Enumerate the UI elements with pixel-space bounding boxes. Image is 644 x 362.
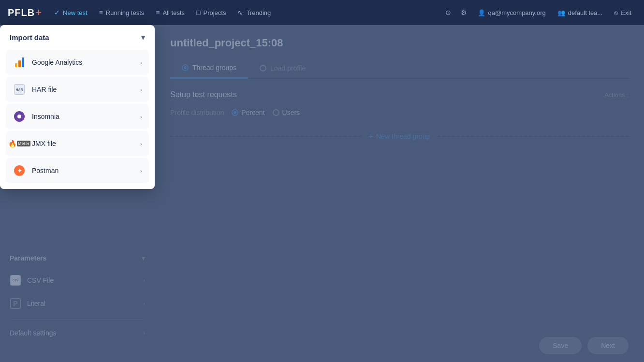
team-icon: 👥 [557, 9, 565, 16]
import-data-chevron: ▾ [141, 33, 145, 42]
profile-distribution: Profile distribution Percent Users [170, 109, 629, 116]
help-button[interactable]: ⊙ [441, 6, 455, 19]
import-google-analytics[interactable]: Google Analytics › [6, 50, 149, 75]
import-insomnia[interactable]: Insomnia › [6, 104, 149, 129]
nav-item-new-test[interactable]: ✓ New test [49, 6, 92, 19]
nav-label-trending: Trending [246, 9, 271, 16]
google-analytics-icon [13, 56, 26, 69]
tab-thread-groups[interactable]: Thread groups [170, 59, 248, 79]
har-file-left: HAR HAR file [13, 83, 57, 96]
postman-left: ✦ Postman [13, 164, 59, 177]
nav-item-projects[interactable]: □ Projects [191, 6, 231, 19]
nav-label-running-tests: Running tests [106, 9, 145, 16]
import-data-items: Google Analytics › HAR HAR file › [0, 50, 155, 189]
google-analytics-chevron: › [140, 59, 142, 66]
tab-radio-load-profile [260, 65, 266, 72]
exit-button[interactable]: ⎋ Exit [609, 6, 636, 19]
insomnia-left: Insomnia [13, 110, 59, 123]
har-file-chevron: › [140, 86, 142, 93]
sidebar-divider [10, 319, 145, 319]
har-file-label: HAR file [32, 86, 57, 93]
radio-percent[interactable]: Percent [232, 109, 264, 116]
logo-text: PFLB [8, 7, 35, 18]
exit-icon: ⎋ [614, 9, 618, 16]
csv-label: CSV File [27, 276, 54, 284]
nav-item-trending[interactable]: ∿ Trending [233, 6, 276, 19]
tab-radio-thread-groups [182, 64, 189, 71]
radio-circle-users [273, 109, 279, 116]
next-button[interactable]: Next [587, 337, 629, 354]
import-jmx-file[interactable]: 🔥 Meter JMX file › [6, 131, 149, 156]
postman-label: Postman [32, 167, 59, 174]
folder-icon: □ [196, 9, 200, 16]
nav-item-all-tests[interactable]: ≡ All tests [151, 6, 190, 19]
tab-label-load-profile: Load profile [270, 64, 306, 72]
user-label: qa@mycompany.org [488, 9, 546, 16]
actions-button[interactable]: Actions : [604, 91, 629, 99]
nav-item-running-tests[interactable]: ≡ Running tests [94, 6, 149, 19]
settings-button[interactable]: ⚙ [457, 6, 471, 19]
trending-icon: ∿ [237, 9, 243, 16]
parameters-section[interactable]: Parameters ▾ [0, 247, 155, 269]
list-icon-all: ≡ [156, 9, 160, 16]
har-file-icon: HAR [13, 83, 26, 96]
insomnia-icon [13, 110, 26, 123]
project-title: untitled_project_15:08 [170, 37, 629, 49]
exit-label: Exit [621, 9, 631, 16]
import-har-file[interactable]: HAR HAR file › [6, 77, 149, 102]
setup-title: Setup test requests [170, 90, 237, 99]
sidebar-item-csv-file[interactable]: CSV CSV File › [0, 269, 155, 292]
sidebar-item-literal[interactable]: P Literal › [0, 292, 155, 315]
new-thread-group-button[interactable]: + New thread group [369, 132, 430, 141]
jmx-file-label: JMX file [32, 140, 56, 147]
csv-chevron: › [143, 277, 145, 284]
google-analytics-label: Google Analytics [32, 58, 82, 66]
plus-icon: + [369, 132, 373, 141]
new-thread-section: + New thread group [170, 132, 629, 141]
literal-chevron: › [143, 300, 145, 307]
dashed-line-left [170, 136, 361, 137]
team-menu[interactable]: 👥 default tea... [553, 6, 608, 19]
import-postman[interactable]: ✦ Postman › [6, 158, 149, 183]
team-label: default tea... [568, 9, 603, 16]
csv-icon-sidebar: CSV [10, 275, 21, 286]
main-layout: Parameters ▾ CSV CSV File › P Literal › [0, 25, 644, 362]
import-data-title: Import data [10, 33, 49, 42]
navbar-right: ⊙ ⚙ 👤 qa@mycompany.org 👥 default tea... … [441, 6, 636, 19]
setup-header: Setup test requests Actions : [170, 90, 629, 99]
tabs: Thread groups Load profile [170, 59, 629, 79]
radio-label-percent: Percent [241, 109, 264, 116]
new-thread-group-label: New thread group [376, 132, 430, 140]
logo-plus: + [35, 6, 42, 19]
logo[interactable]: PFLB + [8, 6, 42, 19]
user-menu[interactable]: 👤 qa@mycompany.org [473, 6, 551, 19]
literal-label: Literal [27, 300, 45, 307]
jmx-file-chevron: › [140, 140, 142, 147]
import-data-header[interactable]: Import data ▾ [0, 25, 155, 50]
save-button[interactable]: Save [539, 337, 582, 354]
navbar: PFLB + ✓ New test ≡ Running tests ≡ All … [0, 0, 644, 25]
radio-circle-percent [232, 109, 238, 116]
jmx-file-icon: 🔥 Meter [13, 137, 26, 150]
postman-icon: ✦ [13, 164, 26, 177]
tab-load-profile[interactable]: Load profile [248, 59, 317, 78]
parameters-chevron: ▾ [142, 254, 145, 262]
postman-chevron: › [140, 167, 142, 174]
insomnia-chevron: › [140, 113, 142, 120]
jmx-file-left: 🔥 Meter JMX file [13, 137, 56, 150]
user-icon: 👤 [478, 9, 485, 16]
tab-label-thread-groups: Thread groups [192, 64, 236, 72]
radio-users[interactable]: Users [273, 109, 300, 116]
default-settings-chevron: › [143, 330, 145, 336]
dashed-line-right [438, 136, 629, 137]
sidebar-item-default-settings[interactable]: Default settings › [0, 323, 155, 343]
parameters-title: Parameters [10, 254, 46, 262]
nav-label-all-tests: All tests [163, 9, 185, 16]
insomnia-label: Insomnia [32, 113, 59, 120]
profile-dist-label: Profile distribution [170, 109, 224, 116]
main-content: untitled_project_15:08 Thread groups Loa… [155, 25, 644, 362]
default-settings-label: Default settings [10, 329, 57, 337]
import-data-popup: Import data ▾ Google Analytics › [0, 25, 155, 189]
nav-label-new-test: New test [63, 9, 88, 16]
check-icon: ✓ [54, 9, 60, 16]
